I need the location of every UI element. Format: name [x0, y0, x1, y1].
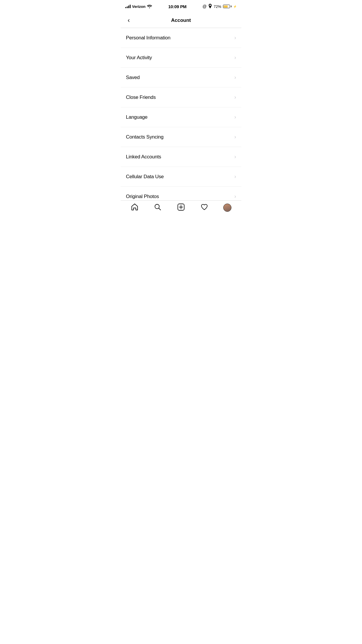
add-icon	[177, 203, 185, 212]
menu-item-label: Close Friends	[126, 94, 156, 100]
menu-item-your-activity[interactable]: Your Activity ›	[121, 48, 241, 68]
chevron-right-icon: ›	[234, 174, 236, 180]
menu-item-contacts-syncing[interactable]: Contacts Syncing ›	[121, 127, 241, 147]
menu-item-label: Original Photos	[126, 194, 159, 200]
profile-avatar	[223, 204, 231, 212]
tab-add[interactable]	[169, 201, 193, 215]
menu-item-label: Linked Accounts	[126, 154, 161, 160]
chevron-right-icon: ›	[234, 74, 236, 80]
chevron-right-icon: ›	[234, 35, 236, 41]
battery-percent: 72%	[214, 4, 221, 9]
status-bar: Verizon 10:09 PM @ 72% ⚡	[121, 0, 241, 13]
page-title: Account	[171, 18, 191, 23]
chevron-right-icon: ›	[234, 193, 236, 200]
back-chevron-icon: ‹	[128, 17, 130, 24]
battery-icon	[223, 5, 231, 8]
chevron-right-icon: ›	[234, 134, 236, 140]
tab-profile[interactable]	[216, 201, 239, 215]
menu-item-label: Cellular Data Use	[126, 174, 164, 180]
menu-item-linked-accounts[interactable]: Linked Accounts ›	[121, 147, 241, 167]
menu-item-label: Contacts Syncing	[126, 134, 164, 140]
chevron-right-icon: ›	[234, 55, 236, 61]
at-icon: @	[203, 4, 207, 9]
status-left: Verizon	[125, 4, 152, 9]
menu-item-label: Personal Information	[126, 35, 171, 41]
chevron-right-icon: ›	[234, 94, 236, 100]
menu-item-saved[interactable]: Saved ›	[121, 68, 241, 88]
tab-home[interactable]	[123, 201, 146, 215]
menu-item-language[interactable]: Language ›	[121, 107, 241, 127]
tab-search[interactable]	[146, 201, 170, 215]
tab-bar	[121, 200, 241, 215]
location-icon	[208, 4, 212, 9]
menu-item-original-photos[interactable]: Original Photos ›	[121, 187, 241, 200]
menu-item-personal-information[interactable]: Personal Information ›	[121, 28, 241, 48]
wifi-icon	[147, 4, 152, 9]
status-right: @ 72% ⚡	[203, 4, 237, 9]
account-menu-list: Personal Information › Your Activity › S…	[121, 28, 241, 200]
menu-item-label: Language	[126, 114, 147, 120]
menu-item-close-friends[interactable]: Close Friends ›	[121, 88, 241, 107]
signal-bars-icon	[125, 5, 131, 8]
chevron-right-icon: ›	[234, 154, 236, 160]
search-icon	[154, 203, 161, 212]
charging-icon: ⚡	[233, 5, 237, 8]
chevron-right-icon: ›	[234, 114, 236, 120]
back-button[interactable]: ‹	[125, 14, 132, 27]
tab-activity[interactable]	[193, 201, 216, 215]
menu-item-label: Your Activity	[126, 55, 152, 61]
status-time: 10:09 PM	[168, 4, 187, 9]
home-icon	[131, 203, 138, 212]
nav-header: ‹ Account	[121, 13, 241, 28]
heart-icon	[201, 203, 208, 212]
menu-item-label: Saved	[126, 75, 140, 80]
menu-item-cellular-data-use[interactable]: Cellular Data Use ›	[121, 167, 241, 187]
svg-line-1	[159, 208, 161, 210]
carrier-label: Verizon	[132, 4, 145, 9]
